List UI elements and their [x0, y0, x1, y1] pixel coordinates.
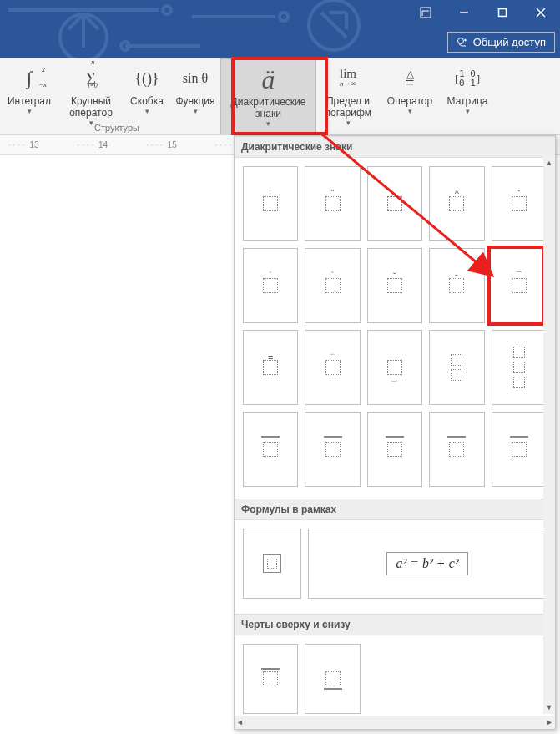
- integral-icon: ∫x−x: [27, 63, 32, 94]
- ruler-mark: 13: [8, 140, 39, 149]
- bracket-icon: {()}: [134, 63, 159, 94]
- accent-harpoon-left-over[interactable]: [243, 412, 298, 487]
- chevron-down-icon: ▾: [408, 107, 412, 115]
- section-bars: Черты сверху и снизу: [235, 614, 555, 635]
- accent-acute[interactable]: ´: [243, 248, 298, 323]
- limit-icon: limn→∞: [340, 63, 356, 94]
- matrix-icon: [1 00 1]: [453, 63, 481, 94]
- accent-grave[interactable]: `: [305, 248, 360, 323]
- accent-overline[interactable]: ¯: [492, 248, 547, 323]
- scroll-down-icon[interactable]: ▼: [543, 701, 555, 714]
- scroll-right-icon[interactable]: ►: [546, 718, 553, 726]
- share-button[interactable]: Общий доступ: [447, 32, 555, 53]
- accent-harpoon-right-over[interactable]: [305, 412, 360, 487]
- accent-harpoon-right-under[interactable]: [429, 412, 484, 487]
- accent-underbrace[interactable]: ⏟: [367, 330, 422, 405]
- svg-point-10: [457, 38, 463, 43]
- ribbon-operator[interactable]: △= Оператор ▾: [380, 58, 440, 134]
- sigma-icon: nΣi=0: [86, 63, 96, 94]
- boxed-empty[interactable]: [243, 529, 301, 599]
- bar-under-cell[interactable]: [305, 644, 360, 714]
- function-icon: sin θ: [183, 63, 208, 94]
- accent-harpoon-left-under[interactable]: [367, 412, 422, 487]
- accent-double-harpoon[interactable]: [492, 412, 547, 487]
- share-icon: [457, 37, 468, 48]
- dropdown-hscrollbar[interactable]: ◄ ►: [235, 716, 555, 729]
- accent-icon: ä: [262, 64, 275, 94]
- accent-dropdown: Диакритические знаки ˙ ¨ … ^ ˇ ´ ` ˘ ~ ¯…: [234, 135, 556, 730]
- section-boxed: Формулы в рамках: [235, 499, 555, 520]
- chevron-down-icon: ▾: [145, 107, 149, 115]
- svg-rect-7: [499, 9, 507, 17]
- section-accents: Диакритические знаки: [235, 136, 555, 158]
- accent-group-below[interactable]: [492, 330, 547, 405]
- ribbon-accent[interactable]: ä Диакритические знаки ▾: [220, 58, 316, 134]
- maximize-icon[interactable]: [483, 0, 522, 25]
- accent-double-bar[interactable]: =: [243, 330, 298, 405]
- ruler-mark: 15: [146, 140, 177, 149]
- accent-group-above[interactable]: [429, 330, 484, 405]
- bar-over-cell[interactable]: [243, 644, 298, 714]
- accent-hat[interactable]: ^: [429, 166, 484, 241]
- accent-ddot[interactable]: ¨: [305, 166, 360, 241]
- ribbon: ∫x−x Интеграл ▾ nΣi=0 Крупный оператор ▾…: [0, 58, 560, 135]
- chevron-down-icon: ▾: [266, 119, 270, 128]
- chevron-down-icon: ▾: [346, 119, 351, 127]
- accent-dddot[interactable]: …: [367, 166, 422, 241]
- operator-icon: △=: [405, 63, 414, 94]
- accents-grid: ˙ ¨ … ^ ˇ ´ ` ˘ ~ ¯ = ⏞ ⏟: [235, 158, 555, 499]
- svg-point-2: [163, 6, 171, 14]
- svg-point-0: [60, 14, 107, 58]
- accent-breve[interactable]: ˘: [367, 248, 422, 323]
- svg-point-1: [309, 0, 359, 50]
- accent-check[interactable]: ˇ: [492, 166, 547, 241]
- document-area[interactable]: [0, 155, 234, 731]
- ribbon-limit[interactable]: limn→∞ Предел и логарифм ▾: [316, 58, 380, 134]
- ribbon-group-label: Структуры: [0, 123, 234, 133]
- accent-tilde[interactable]: ~: [429, 248, 484, 323]
- svg-point-4: [121, 42, 129, 50]
- ribbon-matrix[interactable]: [1 00 1] Матрица ▾: [440, 58, 495, 134]
- ruler-mark: 14: [78, 140, 108, 149]
- svg-point-3: [280, 13, 288, 21]
- title-bar: Общий доступ: [0, 0, 560, 58]
- boxed-pythagoras[interactable]: a² = b² + c²: [308, 529, 547, 599]
- boxed-formula-text: a² = b² + c²: [386, 552, 467, 575]
- close-icon[interactable]: [522, 0, 560, 25]
- chevron-down-icon: ▾: [466, 107, 470, 115]
- ribbon-display-options-icon[interactable]: [406, 0, 445, 25]
- chevron-down-icon: ▾: [194, 107, 198, 115]
- scroll-left-icon[interactable]: ◄: [236, 718, 244, 726]
- share-label: Общий доступ: [473, 36, 546, 48]
- dropdown-scrollbar[interactable]: ▲ ▼: [543, 156, 555, 714]
- bars-grid: [235, 635, 555, 726]
- accent-dot[interactable]: ˙: [243, 166, 298, 241]
- chevron-down-icon: ▾: [28, 107, 32, 115]
- boxed-grid: a² = b² + c²: [235, 520, 555, 614]
- minimize-icon[interactable]: [445, 0, 483, 25]
- accent-overbrace[interactable]: ⏞: [305, 330, 360, 405]
- scroll-up-icon[interactable]: ▲: [543, 156, 555, 170]
